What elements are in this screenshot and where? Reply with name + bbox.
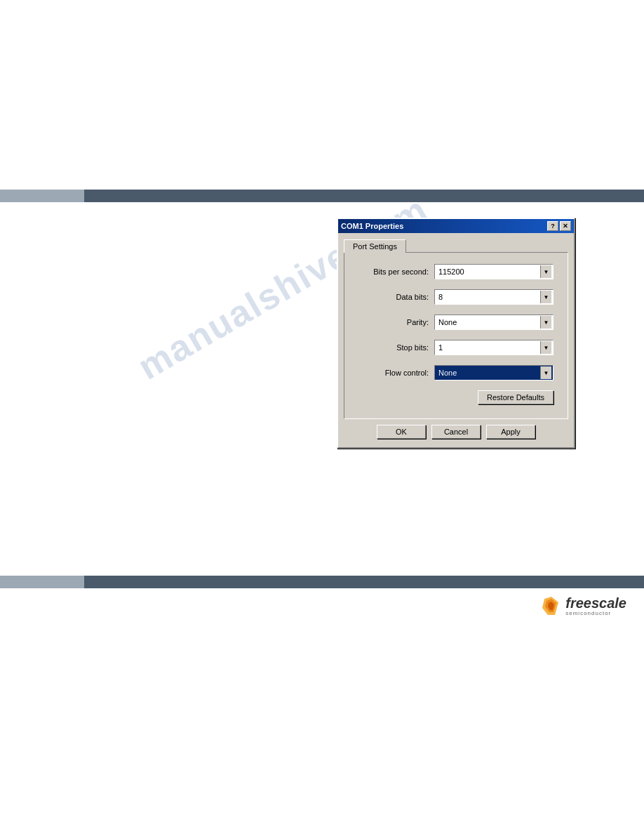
bottom-decorative-bar — [0, 576, 644, 588]
tab-bar: Port Settings — [341, 236, 571, 252]
parity-label: Parity: — [358, 318, 429, 326]
freescale-logo: freescale semiconductor — [541, 595, 626, 616]
data-bits-value: 8 — [436, 293, 540, 301]
restore-defaults-button[interactable]: Restore Defaults — [478, 390, 554, 404]
dialog-titlebar: COM1 Properties ? ✕ — [338, 219, 574, 233]
stop-bits-value: 1 — [436, 343, 540, 352]
parity-arrow: ▼ — [540, 316, 551, 329]
bits-per-second-arrow: ▼ — [540, 265, 551, 278]
bits-per-second-label: Bits per second: — [358, 267, 429, 276]
dialog-footer: OK Cancel Apply — [341, 419, 571, 444]
tab-content-port-settings: Bits per second: 115200 ▼ Data bits: 8 ▼ — [344, 252, 568, 419]
dialog-container: COM1 Properties ? ✕ Port Settings Bits p… — [337, 218, 575, 449]
parity-select[interactable]: None ▼ — [434, 315, 554, 330]
bits-per-second-value: 115200 — [436, 267, 540, 276]
stop-bits-label: Stop bits: — [358, 343, 429, 352]
tab-port-settings[interactable]: Port Settings — [344, 239, 406, 253]
stop-bits-row: Stop bits: 1 ▼ — [358, 340, 554, 355]
stop-bits-select[interactable]: 1 ▼ — [434, 340, 554, 355]
freescale-subtitle: semiconductor — [565, 610, 626, 616]
data-bits-arrow: ▼ — [540, 291, 551, 303]
bottom-bar-right-segment — [84, 576, 644, 588]
data-bits-select[interactable]: 8 ▼ — [434, 289, 554, 305]
flow-control-label: Flow control: — [358, 369, 429, 377]
bottom-bar-left-segment — [0, 576, 84, 588]
ok-button[interactable]: OK — [377, 425, 426, 439]
flow-control-row: Flow control: None ▼ — [358, 365, 554, 380]
help-button[interactable]: ? — [547, 221, 558, 231]
flow-control-value: None — [436, 369, 540, 377]
top-decorative-bar — [0, 190, 644, 202]
freescale-icon — [541, 595, 562, 616]
freescale-name: freescale — [565, 596, 626, 610]
top-bar-right-segment — [84, 190, 644, 202]
parity-value: None — [436, 318, 540, 326]
restore-defaults-area: Restore Defaults — [358, 390, 554, 404]
top-bar-left-segment — [0, 190, 84, 202]
stop-bits-arrow: ▼ — [540, 341, 551, 354]
bits-per-second-row: Bits per second: 115200 ▼ — [358, 264, 554, 279]
parity-row: Parity: None ▼ — [358, 315, 554, 330]
dialog-body: Port Settings Bits per second: 115200 ▼ … — [338, 233, 574, 447]
freescale-brand-text: freescale semiconductor — [565, 596, 626, 616]
cancel-button[interactable]: Cancel — [431, 425, 481, 439]
dialog-title: COM1 Properties — [341, 222, 403, 230]
flow-control-arrow: ▼ — [540, 366, 551, 379]
com1-properties-dialog: COM1 Properties ? ✕ Port Settings Bits p… — [337, 218, 575, 449]
close-button[interactable]: ✕ — [560, 221, 571, 231]
data-bits-label: Data bits: — [358, 293, 429, 301]
flow-control-select[interactable]: None ▼ — [434, 365, 554, 380]
bits-per-second-select[interactable]: 115200 ▼ — [434, 264, 554, 279]
titlebar-buttons: ? ✕ — [547, 221, 571, 231]
data-bits-row: Data bits: 8 ▼ — [358, 289, 554, 305]
apply-button[interactable]: Apply — [486, 425, 535, 439]
